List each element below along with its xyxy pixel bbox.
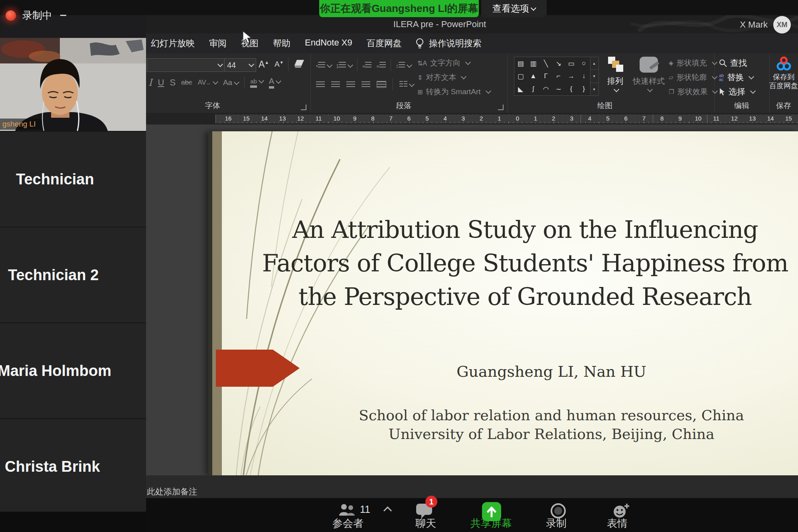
- font-size-combo[interactable]: 44: [224, 58, 256, 72]
- menu-item-3[interactable]: 帮助: [273, 38, 290, 49]
- chevron-down-icon: [259, 77, 264, 83]
- triangle-icon[interactable]: ▲: [527, 70, 540, 83]
- ruler-number: 14: [255, 115, 273, 122]
- align-text-button[interactable]: ⇕对齐文本: [417, 70, 490, 85]
- find-magnifier-icon: [719, 59, 727, 67]
- arrange-button[interactable]: 排列: [602, 57, 628, 94]
- tell-me-search[interactable]: 操作说明搜索: [429, 38, 482, 49]
- select-button[interactable]: 选择: [719, 85, 755, 99]
- font-dialog-launcher-icon[interactable]: [301, 105, 306, 110]
- menu-item-5[interactable]: 百度网盘: [367, 38, 402, 49]
- gallery-more-icon[interactable]: ▾: [590, 83, 598, 95]
- shape-fill-button[interactable]: ◈形状填充: [669, 56, 717, 70]
- highlight-color-button[interactable]: ab: [250, 78, 263, 88]
- text-direction-button[interactable]: ⇅A文字方向: [417, 56, 490, 70]
- oval-icon[interactable]: ○: [577, 57, 590, 70]
- change-case-button[interactable]: Aa: [223, 78, 239, 87]
- underline-button[interactable]: U: [158, 77, 164, 88]
- rounded-rectangle-icon[interactable]: ▢: [514, 70, 527, 83]
- find-button[interactable]: 查找: [719, 56, 755, 70]
- scribble-icon[interactable]: ʃ: [527, 83, 540, 95]
- slide-title-line: An Attribution Study on the Influencing: [255, 213, 795, 246]
- bullets-button[interactable]: •: [316, 61, 332, 70]
- shape-outline-button[interactable]: ▱形状轮廓: [669, 70, 717, 85]
- down-arrow-icon[interactable]: ↓: [577, 70, 590, 83]
- clear-formatting-eraser-icon[interactable]: [293, 58, 306, 70]
- view-options-button[interactable]: 查看选项: [481, 0, 547, 17]
- slide-authors[interactable]: Guangsheng LI, Nan HU: [305, 363, 798, 380]
- align-center-button[interactable]: [331, 81, 340, 87]
- participants-sidebar: gsheng LI TechnicianTechnician 2Maria Ho…: [0, 15, 146, 532]
- font-color-button[interactable]: A: [269, 77, 280, 89]
- mouse-cursor: [242, 30, 253, 45]
- quick-styles-button[interactable]: 快速样式: [630, 57, 668, 94]
- participants-menu-chevron-icon[interactable]: [383, 506, 392, 515]
- vertical-text-box-icon[interactable]: ▥: [527, 57, 540, 70]
- chevron-down-icon: [326, 62, 332, 67]
- shape-effects-icon: ❐: [669, 88, 674, 95]
- shape-effects-button[interactable]: ❐形状效果: [669, 85, 717, 99]
- ruler-strip[interactable]: 1615141312111098765432101234567891011121…: [215, 115, 798, 123]
- decrease-indent-button[interactable]: «: [362, 61, 371, 70]
- watching-screen-banner: 你正在观看Guangsheng LI的屏幕: [319, 0, 479, 17]
- chevron-down-icon: [614, 87, 619, 92]
- recording-cursor: [60, 15, 66, 16]
- text-direction-icon: ⇅A: [417, 59, 427, 67]
- record-label: 录制: [532, 516, 580, 530]
- save-to-baidu-button[interactable]: 保存到 百度网盘: [769, 56, 798, 90]
- grow-font-button[interactable]: A▲: [259, 59, 269, 70]
- replace-button[interactable]: abac 替换: [719, 70, 755, 85]
- menu-item-1[interactable]: 审阅: [209, 38, 227, 49]
- align-right-button[interactable]: [346, 81, 355, 87]
- increase-indent-button[interactable]: »: [376, 61, 385, 70]
- line-icon[interactable]: ╲: [539, 57, 552, 70]
- columns-button[interactable]: [399, 80, 414, 89]
- screen: ILERA pre - PowerPoint X Mark XM 幻灯片放映审阅…: [0, 0, 798, 532]
- notes-pane[interactable]: 此处添加备注: [146, 475, 798, 498]
- left-brace-icon[interactable]: {: [565, 83, 578, 95]
- elbow-connector-icon[interactable]: Γ: [539, 70, 552, 83]
- elbow-arrow-connector-icon[interactable]: ⌐: [552, 70, 565, 83]
- corner-shape-icon[interactable]: ◣: [514, 83, 527, 95]
- convert-smartart-button[interactable]: ⊞转换为 SmartArt: [417, 85, 490, 99]
- participant-tile-2[interactable]: Maria Holmbom: [0, 322, 146, 418]
- slide-canvas[interactable]: An Attribution Study on the InfluencingF…: [208, 131, 798, 475]
- numbering-button[interactable]: 1: [336, 61, 353, 70]
- curve-icon[interactable]: ∼: [552, 83, 565, 95]
- slide-affiliation[interactable]: School of labor relation and human resou…: [305, 406, 798, 443]
- slide-title[interactable]: An Attribution Study on the InfluencingF…: [255, 213, 795, 313]
- align-left-button[interactable]: [316, 81, 325, 87]
- scroll-down-icon[interactable]: ▾: [590, 70, 598, 83]
- replace-icon: abac: [719, 73, 724, 81]
- ruler-number: 12: [725, 115, 743, 122]
- shadow-button[interactable]: S: [170, 77, 176, 88]
- font-name-combo[interactable]: [147, 58, 225, 72]
- ruler-number: 10: [689, 115, 707, 122]
- account-avatar[interactable]: XM: [773, 16, 791, 34]
- strikethrough-button[interactable]: abc: [181, 79, 192, 87]
- arrow-icon[interactable]: ↘: [552, 57, 565, 70]
- distributed-button[interactable]: [377, 81, 386, 88]
- participant-tile-0[interactable]: Technician: [0, 131, 146, 227]
- ruler-number: 12: [292, 115, 310, 122]
- right-arrow-icon[interactable]: →: [565, 70, 578, 83]
- right-brace-icon[interactable]: }: [577, 83, 590, 95]
- paragraph-dialog-launcher-icon[interactable]: [498, 105, 504, 110]
- shrink-font-button[interactable]: A▼: [275, 60, 284, 69]
- character-spacing-button[interactable]: AV↔: [198, 79, 217, 87]
- participant-tile-1[interactable]: Technician 2: [0, 227, 146, 322]
- menu-item-4[interactable]: EndNote X9: [305, 38, 352, 49]
- lightbulb-icon: [415, 38, 424, 49]
- self-video-tile[interactable]: gsheng LI: [0, 38, 146, 131]
- chat-label: 聊天: [402, 516, 450, 530]
- ruler-number: 15: [780, 115, 798, 122]
- menu-item-0[interactable]: 幻灯片放映: [151, 38, 195, 49]
- rectangle-icon[interactable]: ▭: [565, 57, 578, 70]
- justify-button[interactable]: [361, 81, 370, 87]
- scroll-up-icon[interactable]: ▴: [590, 57, 598, 70]
- line-spacing-button[interactable]: ↕: [396, 61, 411, 70]
- arc-icon[interactable]: ◠: [539, 83, 552, 95]
- italic-button[interactable]: I: [148, 77, 152, 88]
- participant-tile-3[interactable]: Christa Brink: [0, 418, 146, 514]
- text-box-icon[interactable]: ▤: [514, 57, 527, 70]
